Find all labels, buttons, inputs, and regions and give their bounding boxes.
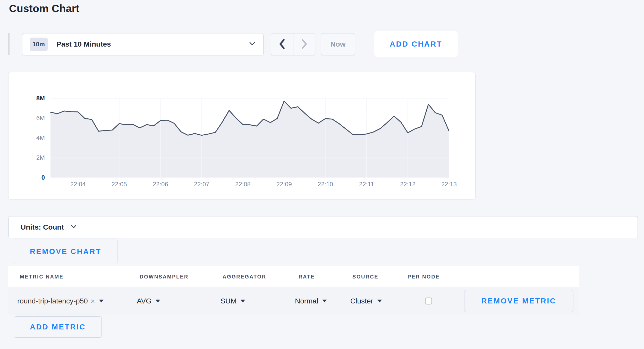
caret-down-icon <box>377 300 382 302</box>
clear-metric-icon[interactable]: × <box>90 297 95 305</box>
metric-area-chart: 02M4M6M8M22:0422:0522:0622:0722:0822:092… <box>9 72 476 199</box>
svg-text:22:10: 22:10 <box>318 181 333 188</box>
col-header-per-node: PER NODE <box>408 266 440 287</box>
source-select[interactable]: Cluster <box>350 287 382 315</box>
col-header-source: SOURCE <box>352 266 378 287</box>
caret-down-icon <box>156 300 160 302</box>
svg-text:22:11: 22:11 <box>359 181 374 188</box>
col-header-rate: RATE <box>299 266 315 287</box>
svg-text:22:05: 22:05 <box>112 181 127 188</box>
units-label: Units: Count <box>21 223 64 231</box>
units-bar: Units: Count <box>9 216 638 238</box>
svg-text:6M: 6M <box>36 115 45 121</box>
per-node-checkbox[interactable] <box>425 298 432 304</box>
col-header-metric-name: METRIC NAME <box>20 266 64 287</box>
rate-select[interactable]: Normal <box>295 287 327 315</box>
now-button[interactable]: Now <box>321 33 355 55</box>
caret-down-icon <box>322 300 327 302</box>
chevron-right-icon <box>300 38 309 50</box>
downsampler-select[interactable]: AVG <box>137 287 160 315</box>
time-selector-accent-bar <box>8 33 10 55</box>
metric-name-value: round-trip-latency-p50 <box>17 297 88 305</box>
chevron-left-icon <box>278 38 286 50</box>
metric-name-select[interactable]: round-trip-latency-p50 × <box>17 287 104 315</box>
chevron-down-icon <box>71 225 77 230</box>
svg-text:22:06: 22:06 <box>153 181 168 188</box>
svg-text:4M: 4M <box>36 134 45 141</box>
page-title: Custom Chart <box>9 3 79 15</box>
time-forward-button[interactable] <box>293 33 315 55</box>
svg-text:8M: 8M <box>36 95 45 102</box>
add-metric-button[interactable]: ADD METRIC <box>14 316 102 338</box>
remove-chart-button[interactable]: REMOVE CHART <box>14 239 117 264</box>
remove-metric-button[interactable]: REMOVE METRIC <box>464 290 573 312</box>
time-window-badge: 10m <box>30 38 48 51</box>
svg-text:22:13: 22:13 <box>441 181 457 188</box>
svg-text:22:08: 22:08 <box>235 181 251 188</box>
aggregator-select[interactable]: SUM <box>221 287 245 315</box>
custom-chart-page: Custom Chart 10m Past 10 Minutes Now ADD… <box>0 0 644 349</box>
svg-text:22:04: 22:04 <box>70 181 86 188</box>
chart-card: 02M4M6M8M22:0422:0522:0622:0722:0822:092… <box>8 72 476 199</box>
time-backward-button[interactable] <box>271 33 293 55</box>
col-header-aggregator: AGGREGATOR <box>223 266 266 287</box>
time-window-label: Past 10 Minutes <box>56 40 111 48</box>
units-select[interactable]: Units: Count <box>21 223 77 231</box>
time-pager <box>271 33 315 55</box>
add-chart-button[interactable]: ADD CHART <box>374 31 458 57</box>
per-node-cell <box>425 287 432 315</box>
svg-text:0: 0 <box>41 174 45 181</box>
metrics-table-header: METRIC NAME DOWNSAMPLER AGGREGATOR RATE … <box>8 266 579 287</box>
time-window-dropdown[interactable]: 10m Past 10 Minutes <box>22 33 264 55</box>
col-header-downsampler: DOWNSAMPLER <box>140 266 189 287</box>
svg-text:22:09: 22:09 <box>276 181 292 188</box>
svg-text:22:12: 22:12 <box>400 181 416 188</box>
chevron-down-icon <box>248 41 256 47</box>
svg-text:2M: 2M <box>36 154 45 161</box>
caret-down-icon <box>99 300 104 302</box>
svg-text:22:07: 22:07 <box>194 181 209 188</box>
caret-down-icon <box>241 300 245 302</box>
